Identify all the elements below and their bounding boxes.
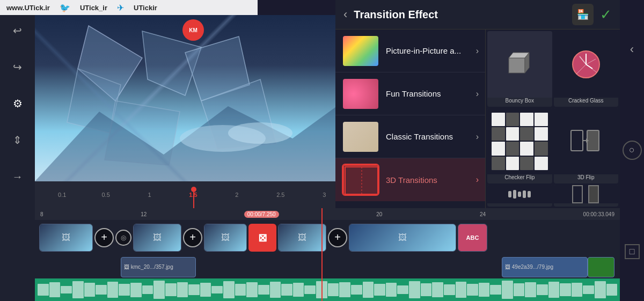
wave-bar: [211, 286, 223, 293]
left-sidebar: ↩ ↪ ⚙ ⇕ →: [0, 15, 35, 301]
checker-flip-item[interactable]: Checker Flip: [487, 108, 552, 184]
nav-square-button[interactable]: □: [625, 244, 640, 259]
wave-bar: [560, 283, 571, 296]
timecode-20: 20: [376, 211, 382, 217]
clip-5-thumb: 🖼: [349, 224, 456, 251]
3d-thumbnail: [342, 164, 379, 196]
wave-bar: [153, 281, 165, 299]
partial-item-2[interactable]: [554, 185, 619, 207]
pip-arrow: ›: [476, 46, 479, 56]
clip-4[interactable]: 🖼: [278, 224, 326, 252]
category-pip[interactable]: Picture-in-Picture a... ›: [335, 30, 485, 72]
wave-bar: [537, 284, 548, 295]
kinemaster-clip: ⊠: [248, 224, 276, 252]
telegram-icon: ✈: [117, 3, 124, 13]
back-button[interactable]: ‹: [343, 8, 347, 21]
wave-bar: [374, 284, 385, 296]
wave-bar: [281, 284, 292, 296]
checker-cell: [520, 113, 533, 126]
ruler-marks: 0.1 0.5 1 1.5 2 2.5 3: [40, 192, 346, 198]
export-icon[interactable]: →: [8, 166, 28, 187]
undo-button[interactable]: ↩: [8, 20, 28, 41]
flip-3d-item[interactable]: 3D Flip: [554, 108, 619, 184]
wave-bar: [49, 282, 61, 298]
checker-cell: [520, 127, 533, 141]
clip-3-thumb: 🖼: [204, 224, 246, 251]
wave-bar: [223, 281, 235, 298]
nav-triangle-icon[interactable]: ‹: [630, 42, 634, 56]
sub-icon-1[interactable]: ◎: [115, 230, 131, 246]
wave-bar: [96, 285, 107, 295]
category-list: Picture-in-Picture a... › Fun Transition…: [335, 30, 486, 208]
clip-1[interactable]: 🖼: [39, 224, 93, 252]
category-3d[interactable]: 3D Transitions ›: [335, 158, 485, 201]
wave-bar: [339, 282, 350, 297]
sub-clip-2[interactable]: 🖼 49e2a39.../79.jpg: [502, 257, 588, 277]
clip-5[interactable]: 🖼: [349, 224, 456, 252]
wave-bar: [595, 281, 606, 298]
transition-grid: Bouncy Box Cr: [486, 30, 620, 208]
sub-icon-glyph: ◎: [121, 234, 126, 241]
cracked-glass-visual: [554, 31, 619, 98]
clip-3[interactable]: 🖼: [204, 224, 247, 252]
3d-label: 3D Transitions: [386, 175, 470, 185]
redo-button[interactable]: ↪: [8, 57, 28, 77]
category-fun[interactable]: Fun Transitions ›: [335, 72, 485, 115]
wave-bar: [177, 282, 188, 298]
bouncy-box-visual: [487, 31, 552, 98]
wave-bar: [548, 282, 560, 298]
ruler-tick-2: 2: [215, 192, 259, 198]
wave-bar: [421, 283, 432, 296]
shatter-svg: [35, 15, 352, 181]
partial-2-visual: [554, 185, 619, 203]
3d-thumb-visual: [343, 165, 378, 195]
website-text: www.UTick.ir: [6, 4, 50, 12]
sub-clip-row: 🖼 kmc_20.../357.jpg 🖼 49e2a39.../79.jpg: [35, 255, 620, 279]
store-button[interactable]: 🏪: [572, 4, 594, 25]
nav-circle-button[interactable]: ○: [623, 141, 642, 160]
clip-1-thumb: 🖼: [40, 224, 92, 251]
transition-panel: ‹ Transition Effect 🏪 ✓ Picture-in-Pictu…: [335, 0, 620, 208]
wave-v-bar: [518, 192, 521, 197]
checker-cell: [535, 157, 548, 170]
clip-2[interactable]: 🖼: [133, 224, 181, 252]
checker-grid: [487, 108, 552, 175]
3d-arrow: ›: [476, 175, 479, 185]
add-clip-btn-1[interactable]: +: [94, 228, 114, 247]
fun-thumbnail: [342, 78, 379, 110]
clip-abc[interactable]: ABC: [458, 224, 487, 252]
waveform: [35, 278, 620, 301]
wave-bar: [235, 284, 246, 296]
wave-bar: [304, 285, 316, 293]
bouncy-box-item[interactable]: Bouncy Box: [487, 31, 552, 107]
bouncy-box-label: Bouncy Box: [506, 98, 534, 104]
checker-cell: [520, 157, 533, 170]
layers-icon[interactable]: ⇕: [8, 130, 28, 150]
abc-label: ABC: [466, 234, 479, 241]
transition-header: ‹ Transition Effect 🏪 ✓: [335, 0, 620, 30]
classic-arrow: ›: [476, 132, 479, 142]
add-clip-btn-2[interactable]: +: [183, 228, 202, 247]
wave-bar: [188, 284, 200, 295]
cracked-glass-item[interactable]: Cracked Glass: [554, 31, 619, 107]
wave-bar: [583, 285, 594, 295]
checker-cell: [535, 127, 548, 141]
wave-bar: [328, 283, 339, 296]
add-clip-btn-3[interactable]: +: [328, 228, 347, 247]
wave-bar: [119, 284, 130, 296]
sub-clip-1[interactable]: 🖼 kmc_20.../357.jpg: [121, 257, 196, 277]
partial-item-1[interactable]: [487, 185, 552, 207]
settings-icon[interactable]: ⚙: [8, 93, 28, 114]
checker-flip-label: Checker Flip: [504, 174, 535, 180]
wave-bar: [107, 282, 119, 298]
preview-video: KM: [35, 15, 352, 181]
sub-clip-3[interactable]: [588, 257, 614, 277]
wave-bar: [246, 282, 258, 297]
timecode-24: 24: [480, 211, 486, 217]
wave-bar: [130, 283, 142, 297]
confirm-button[interactable]: ✓: [600, 6, 612, 23]
timeline-playhead: [321, 208, 323, 301]
category-classic[interactable]: Classic Transitions ›: [335, 115, 485, 158]
fun-thumb-visual: [343, 79, 378, 109]
clip-2-thumb: 🖼: [134, 224, 181, 251]
